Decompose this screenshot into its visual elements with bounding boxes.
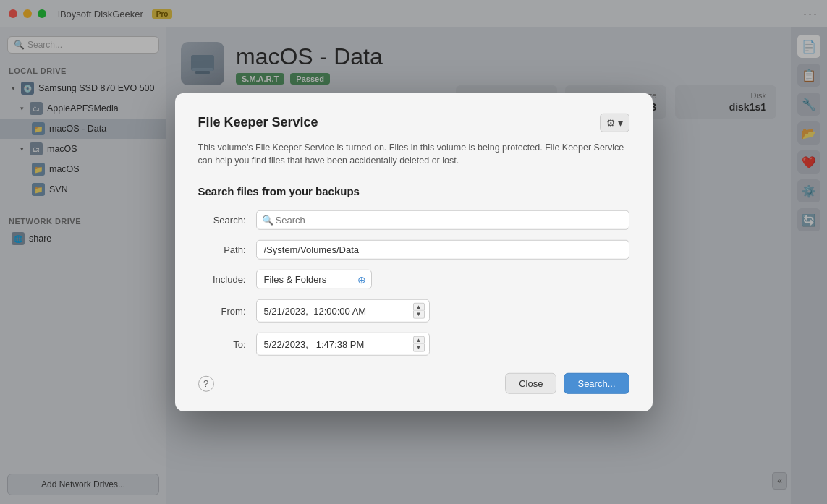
gear-settings-button[interactable]: ⚙ ▾	[600, 113, 629, 132]
modal-footer: ? Close Search...	[198, 373, 629, 394]
gear-icon: ⚙	[606, 116, 616, 128]
search-row: Search: 🔍	[198, 210, 629, 230]
path-input[interactable]	[256, 240, 629, 260]
include-label: Include:	[198, 274, 256, 285]
chevron-down-icon: ▾	[618, 116, 623, 128]
help-button[interactable]: ?	[198, 375, 214, 391]
include-select-wrap: Files & Folders Files Only Folders Only …	[256, 270, 372, 289]
search-label: Search:	[198, 215, 256, 226]
to-datetime-wrap: ▲ ▼	[256, 333, 430, 356]
path-row: Path:	[198, 240, 629, 260]
from-stepper: ▲ ▼	[413, 303, 425, 319]
search-input[interactable]	[256, 210, 629, 230]
path-label: Path:	[198, 244, 256, 255]
include-select[interactable]: Files & Folders Files Only Folders Only	[256, 270, 372, 289]
from-increment-button[interactable]: ▲	[413, 303, 425, 311]
to-row: To: ▲ ▼	[198, 333, 629, 356]
from-input[interactable]	[264, 305, 409, 316]
section-title: Search files from your backups	[198, 185, 629, 197]
from-label: From:	[198, 305, 256, 316]
from-datetime-wrap: ▲ ▼	[256, 299, 430, 323]
modal-description: This volume's File Keeper Service is tur…	[198, 140, 629, 168]
to-stepper: ▲ ▼	[413, 336, 425, 352]
search-button[interactable]: Search...	[564, 373, 629, 394]
from-decrement-button[interactable]: ▼	[413, 311, 425, 319]
to-increment-button[interactable]: ▲	[413, 336, 425, 344]
to-decrement-button[interactable]: ▼	[413, 344, 425, 352]
include-row: Include: Files & Folders Files Only Fold…	[198, 270, 629, 289]
modal-title: File Keeper Service	[198, 115, 318, 130]
modal-buttons: Close Search...	[505, 373, 629, 394]
file-keeper-modal: File Keeper Service ⚙ ▾ This volume's Fi…	[175, 93, 653, 411]
close-button[interactable]: Close	[505, 373, 556, 394]
from-row: From: ▲ ▼	[198, 299, 629, 323]
search-input-wrap: 🔍	[256, 210, 629, 230]
to-input[interactable]	[264, 338, 409, 349]
search-icon-inner: 🔍	[262, 215, 273, 226]
modal-header: File Keeper Service ⚙ ▾	[198, 113, 629, 132]
to-label: To:	[198, 338, 256, 349]
